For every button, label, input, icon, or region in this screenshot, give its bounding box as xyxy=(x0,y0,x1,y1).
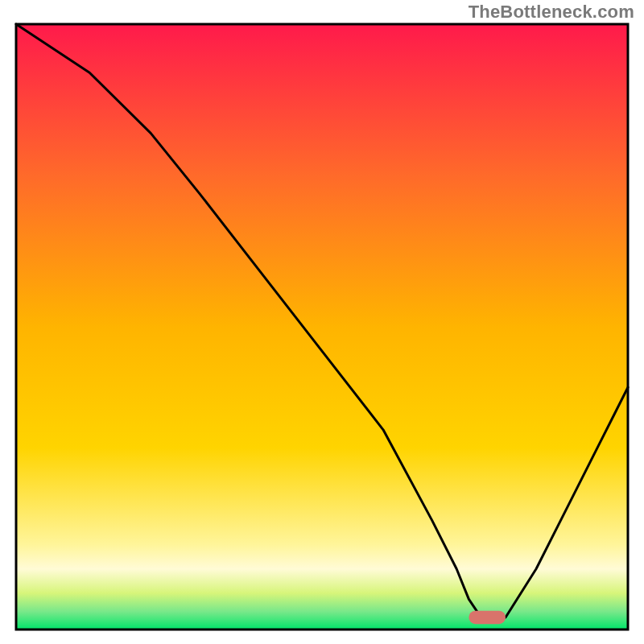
optimum-marker xyxy=(469,611,506,625)
watermark-text: TheBottleneck.com xyxy=(469,2,634,23)
gradient-background xyxy=(16,24,628,630)
bottleneck-curve-chart xyxy=(0,0,644,644)
plot-area xyxy=(16,24,628,630)
